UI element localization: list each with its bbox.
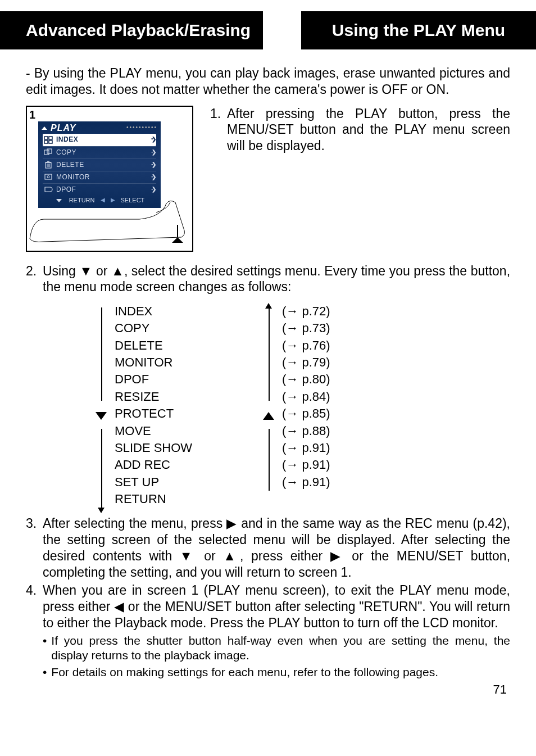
right-arrow-column (261, 303, 282, 508)
header-gap (263, 11, 301, 49)
menu-page: (→ p.72) (282, 303, 330, 320)
menu-item-label: COPY (56, 148, 148, 157)
step-1: 1. After pressing the PLAY button, press… (210, 106, 510, 154)
index-icon (44, 136, 53, 144)
bullet-icon: • (43, 665, 47, 680)
copy-icon (44, 148, 53, 156)
svg-rect-2 (44, 141, 48, 143)
arrow-up-icon (265, 303, 272, 309)
intro-text: By using the PLAY menu, you can play bac… (26, 66, 510, 97)
camera-outline-icon (27, 197, 190, 247)
lcd-titlebar: PLAY •••••••••• (38, 121, 161, 134)
menu-item-dpof[interactable]: DPOF (43, 183, 156, 196)
left-icon: ◀ (114, 599, 124, 614)
chevron-icon (151, 149, 155, 156)
menu-page: (→ p.84) (282, 388, 330, 405)
menu-name: RESIZE (115, 388, 261, 405)
menu-item-label: DPOF (56, 185, 148, 194)
step-text: Using ▼ or ▲, select the desired setting… (43, 263, 510, 296)
menu-item-delete[interactable]: DELETE (43, 159, 156, 171)
header-left: Advanced Playback/Erasing (0, 11, 263, 49)
dpof-icon (44, 185, 53, 193)
delete-icon (44, 161, 53, 169)
step-2: 2. Using ▼ or ▲, select the desired sett… (26, 263, 510, 296)
step-text: After pressing the PLAY button, press th… (227, 106, 510, 154)
menu-item-label: DELETE (56, 161, 148, 169)
lcd-title: PLAY (51, 123, 76, 134)
page-number: 71 (26, 682, 510, 698)
menu-name: DELETE (115, 337, 261, 354)
screenshot-number: 1 (29, 108, 35, 122)
monitor-icon (44, 173, 53, 181)
triangle-up-icon (263, 412, 274, 420)
down-icon: ▼ (180, 549, 197, 563)
menu-name: MOVE (115, 423, 261, 440)
svg-rect-12 (45, 174, 52, 179)
right-icon: ▶ (330, 549, 344, 563)
chevron-icon (151, 186, 155, 193)
arrow-down-icon (98, 508, 105, 513)
menu-item-index[interactable]: INDEX (43, 134, 156, 146)
step-number: 4. (26, 582, 43, 631)
left-arrow-column (93, 303, 115, 508)
menu-name: PROTECT (115, 405, 261, 422)
svg-rect-3 (49, 141, 52, 143)
menu-name: INDEX (115, 303, 261, 320)
menu-name: SLIDE SHOW (115, 440, 261, 456)
note-2: • For details on making settings for eac… (43, 665, 510, 680)
chevron-icon (151, 174, 155, 181)
menu-name: DPOF (115, 371, 261, 388)
menu-page: (→ p.85) (282, 405, 330, 422)
chevron-icon (151, 161, 155, 169)
svg-point-13 (47, 176, 49, 178)
step-4: 4. When you are in screen 1 (PLAY menu s… (26, 582, 510, 631)
menu-item-label: MONITOR (56, 173, 148, 182)
down-icon: ▼ (79, 264, 92, 278)
menu-page: (→ p.80) (282, 371, 330, 388)
menu-name: MONITOR (115, 354, 261, 371)
lcd-screen: PLAY •••••••••• INDEX COPY DELETE (38, 121, 161, 208)
play-menu-screenshot: 1 PLAY •••••••••• INDEX COPY (26, 106, 193, 252)
menu-page: (→ p.88) (282, 423, 330, 440)
svg-marker-14 (172, 237, 183, 243)
triangle-down-icon (96, 412, 107, 420)
svg-rect-5 (47, 149, 52, 153)
menu-name: ADD REC (115, 456, 261, 473)
menu-page: (→ p.91) (282, 474, 330, 491)
menu-names-column: INDEX COPY DELETE MONITOR DPOF RESIZE PR… (115, 303, 261, 508)
chevron-icon (151, 136, 155, 143)
menu-name: COPY (115, 320, 261, 337)
t: , press either (240, 549, 330, 563)
menu-page: (→ p.73) (282, 320, 330, 337)
t: or (197, 549, 223, 563)
menu-page: (→ p.79) (282, 354, 330, 371)
menu-item-label: INDEX (56, 135, 148, 144)
menu-name: SET UP (115, 474, 261, 491)
up-arrow-icon (42, 126, 47, 130)
t: or (92, 264, 111, 278)
step-3: 3. After selecting the menu, press ▶ and… (26, 515, 510, 580)
menu-item-copy[interactable]: COPY (43, 146, 156, 159)
header-right: Using the PLAY Menu (301, 11, 536, 49)
menu-item-monitor[interactable]: MONITOR (43, 171, 156, 183)
right-icon: ▶ (226, 516, 237, 531)
menu-page: (→ p.91) (282, 456, 330, 473)
bullet-icon: • (43, 633, 47, 663)
up-icon: ▲ (223, 549, 240, 563)
t: After selecting the menu, press (43, 516, 226, 531)
svg-rect-0 (44, 137, 48, 139)
menu-scroll-table: INDEX COPY DELETE MONITOR DPOF RESIZE PR… (93, 303, 510, 508)
menu-page: (→ p.91) (282, 440, 330, 456)
step-text: After selecting the menu, press ▶ and in… (43, 515, 510, 580)
step-text: When you are in screen 1 (PLAY menu scre… (43, 582, 510, 631)
note-text: For details on making settings for each … (51, 665, 438, 680)
up-icon: ▲ (111, 264, 124, 278)
note-text: If you press the shutter button half-way… (51, 633, 510, 663)
step-number: 2. (26, 263, 43, 296)
step-number: 3. (26, 515, 43, 580)
menu-pages-column: (→ p.72) (→ p.73) (→ p.76) (→ p.79) (→ p… (282, 303, 330, 508)
menu-name: RETURN (115, 491, 261, 508)
lcd-dots: •••••••••• (79, 124, 157, 132)
note-1: • If you press the shutter button half-w… (43, 633, 510, 663)
step-number: 1. (210, 106, 227, 154)
